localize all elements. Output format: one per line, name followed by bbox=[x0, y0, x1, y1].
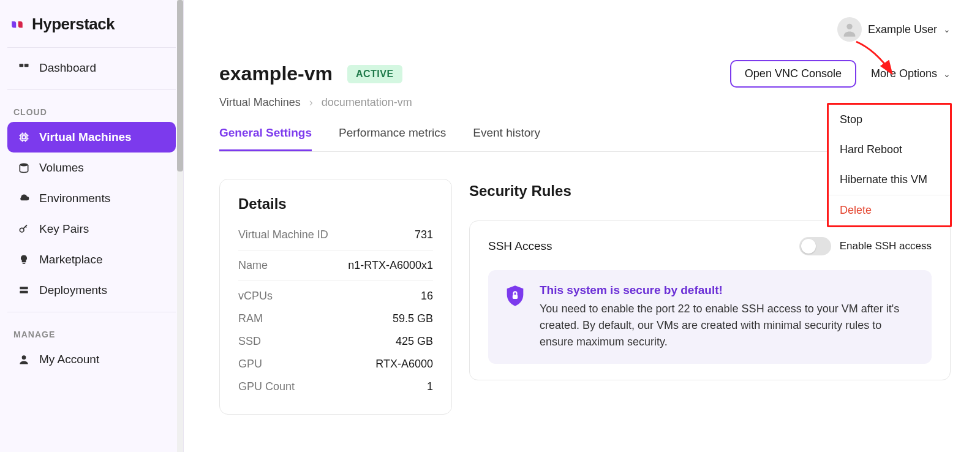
vm-title: example-vm bbox=[219, 62, 333, 85]
user-name: Example User bbox=[868, 23, 937, 36]
svg-rect-3 bbox=[23, 136, 26, 139]
detail-row-ssd: SSD 425 GB bbox=[238, 330, 433, 353]
detail-label: GPU Count bbox=[238, 380, 295, 393]
divider bbox=[7, 312, 176, 312]
detail-label: RAM bbox=[238, 312, 263, 325]
cloud-icon bbox=[17, 192, 31, 205]
tab-event-history[interactable]: Event history bbox=[473, 121, 540, 151]
chevron-down-icon: ⌄ bbox=[943, 69, 951, 79]
sidebar-item-volumes[interactable]: Volumes bbox=[7, 153, 176, 183]
svg-point-5 bbox=[20, 228, 24, 232]
shield-lock-icon bbox=[503, 284, 527, 308]
ssh-access-label: SSH Access bbox=[488, 239, 552, 253]
breadcrumb-root[interactable]: Virtual Machines bbox=[219, 96, 301, 109]
dropdown-item-hibernate[interactable]: Hibernate this VM bbox=[829, 165, 950, 195]
sidebar-scrollbar[interactable] bbox=[177, 0, 183, 452]
details-card: Details Virtual Machine ID 731 Name n1-R… bbox=[219, 179, 452, 415]
sidebar-item-label: Environments bbox=[39, 192, 110, 205]
account-icon bbox=[17, 353, 31, 366]
open-vnc-button[interactable]: Open VNC Console bbox=[730, 60, 856, 88]
svg-point-10 bbox=[846, 24, 852, 29]
ssh-toggle-wrap: Enable SSH access bbox=[799, 237, 932, 255]
info-text-block: This system is secure by default! You ne… bbox=[540, 284, 917, 350]
sidebar-item-deployments[interactable]: Deployments bbox=[7, 275, 176, 306]
detail-label: GPU bbox=[238, 358, 262, 371]
svg-point-4 bbox=[20, 164, 28, 167]
detail-label: Name bbox=[238, 259, 268, 272]
detail-value: 425 GB bbox=[396, 335, 433, 348]
cpu-icon bbox=[17, 130, 31, 144]
section-label-cloud: CLOUD bbox=[7, 96, 176, 122]
security-heading: Security Rules bbox=[469, 183, 571, 200]
sidebar-item-my-account[interactable]: My Account bbox=[7, 344, 176, 375]
sidebar-item-virtual-machines[interactable]: Virtual Machines bbox=[7, 122, 176, 153]
svg-rect-7 bbox=[20, 287, 28, 289]
ssh-toggle[interactable] bbox=[799, 237, 831, 255]
tab-general-settings[interactable]: General Settings bbox=[219, 121, 312, 151]
sidebar-item-marketplace[interactable]: Marketplace bbox=[7, 244, 176, 275]
detail-value: 16 bbox=[421, 290, 433, 303]
security-info-box: This system is secure by default! You ne… bbox=[488, 270, 932, 364]
svg-rect-8 bbox=[20, 291, 28, 293]
title-actions: Open VNC Console More Options ⌄ bbox=[730, 60, 951, 88]
page-title-row: example-vm ACTIVE Open VNC Console More … bbox=[219, 60, 951, 88]
sidebar-item-label: Dashboard bbox=[39, 61, 96, 75]
detail-row-ram: RAM 59.5 GB bbox=[238, 307, 433, 330]
dropdown-item-delete[interactable]: Delete bbox=[829, 195, 950, 225]
detail-label: vCPUs bbox=[238, 290, 273, 303]
sidebar-item-label: Marketplace bbox=[39, 253, 103, 266]
more-options-button[interactable]: More Options ⌄ bbox=[871, 67, 951, 80]
detail-row-vcpus: vCPUs 16 bbox=[238, 285, 433, 307]
more-options-label: More Options bbox=[871, 67, 937, 80]
chevron-right-icon: › bbox=[309, 96, 313, 109]
sidebar-item-label: Key Pairs bbox=[39, 222, 89, 236]
info-title: This system is secure by default! bbox=[540, 284, 917, 297]
detail-row-vm-id: Virtual Machine ID 731 bbox=[238, 224, 433, 250]
detail-row-gpu-count: GPU Count 1 bbox=[238, 375, 433, 398]
detail-label: SSD bbox=[238, 335, 261, 348]
user-menu[interactable]: Example User ⌄ bbox=[837, 17, 951, 42]
logo-icon bbox=[9, 16, 26, 33]
toggle-knob bbox=[801, 239, 816, 254]
sidebar-item-key-pairs[interactable]: Key Pairs bbox=[7, 214, 176, 244]
server-icon bbox=[17, 284, 31, 297]
status-badge: ACTIVE bbox=[347, 65, 402, 83]
detail-value: 731 bbox=[415, 228, 433, 241]
sidebar-item-label: Volumes bbox=[39, 161, 84, 175]
dashboard-icon bbox=[17, 61, 31, 75]
chevron-down-icon: ⌄ bbox=[943, 24, 951, 34]
svg-rect-1 bbox=[24, 64, 29, 67]
detail-value: 1 bbox=[427, 380, 433, 393]
info-text: You need to enable the port 22 to enable… bbox=[540, 301, 917, 350]
detail-row-gpu: GPU RTX-A6000 bbox=[238, 353, 433, 375]
detail-row-name: Name n1-RTX-A6000x1 bbox=[238, 254, 433, 281]
sidebar: Hyperstack Dashboard CLOUD Virtual Machi… bbox=[0, 0, 184, 452]
details-heading: Details bbox=[238, 195, 433, 213]
sidebar-item-dashboard[interactable]: Dashboard bbox=[7, 53, 176, 83]
bulb-icon bbox=[17, 253, 31, 266]
detail-value: 59.5 GB bbox=[393, 312, 433, 325]
svg-point-9 bbox=[22, 355, 26, 360]
detail-label: Virtual Machine ID bbox=[238, 228, 328, 241]
topbar: Example User ⌄ bbox=[219, 15, 951, 44]
brand-name: Hyperstack bbox=[32, 15, 115, 34]
svg-rect-0 bbox=[20, 64, 24, 67]
avatar-icon bbox=[837, 17, 862, 42]
scrollbar-thumb[interactable] bbox=[177, 0, 183, 171]
security-card: SSH Access Enable SSH access This system… bbox=[469, 220, 951, 380]
svg-rect-6 bbox=[23, 263, 26, 264]
key-icon bbox=[17, 222, 31, 236]
tab-performance-metrics[interactable]: Performance metrics bbox=[339, 121, 446, 151]
svg-rect-11 bbox=[513, 295, 518, 299]
dropdown-item-stop[interactable]: Stop bbox=[829, 105, 950, 135]
sidebar-item-environments[interactable]: Environments bbox=[7, 183, 176, 214]
dropdown-item-hard-reboot[interactable]: Hard Reboot bbox=[829, 135, 950, 165]
brand-logo[interactable]: Hyperstack bbox=[7, 12, 176, 48]
divider bbox=[7, 89, 176, 90]
svg-rect-2 bbox=[21, 134, 27, 140]
sidebar-item-label: Virtual Machines bbox=[39, 130, 132, 144]
sidebar-item-label: Deployments bbox=[39, 284, 107, 297]
more-options-dropdown: Stop Hard Reboot Hibernate this VM Delet… bbox=[827, 103, 952, 227]
detail-value: n1-RTX-A6000x1 bbox=[348, 259, 433, 272]
volumes-icon bbox=[17, 161, 31, 175]
